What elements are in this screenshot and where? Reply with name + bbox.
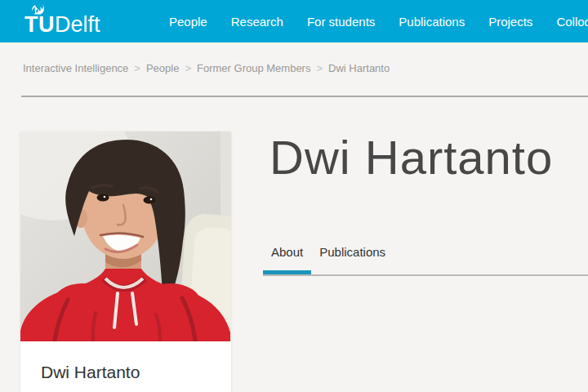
profile-name-caption: Dwi Hartanto bbox=[20, 341, 231, 392]
profile-card: Dwi Hartanto bbox=[20, 131, 231, 392]
tab-publications[interactable]: Publications bbox=[311, 243, 394, 274]
breadcrumb-separator: > bbox=[316, 62, 323, 74]
breadcrumb-separator: > bbox=[185, 62, 191, 74]
page: TUDelft People Research For students Pub… bbox=[0, 0, 588, 392]
tab-about-label: About bbox=[271, 245, 303, 259]
nav-item-projects[interactable]: Projects bbox=[488, 15, 532, 29]
main-nav: People Research For students Publication… bbox=[169, 0, 588, 42]
breadcrumb-link-former-group-members[interactable]: Former Group Members bbox=[197, 62, 310, 74]
tab-about[interactable]: About bbox=[263, 243, 311, 274]
nav-item-colloquia[interactable]: Colloquia bbox=[556, 15, 588, 29]
tab-publications-label: Publications bbox=[319, 245, 385, 259]
breadcrumb-separator: > bbox=[134, 62, 140, 74]
nav-item-for-students[interactable]: For students bbox=[307, 15, 375, 29]
tab-bar: About Publications bbox=[263, 243, 588, 277]
top-navigation-bar: TUDelft People Research For students Pub… bbox=[0, 0, 588, 42]
header-bottom-strip bbox=[0, 42, 588, 45]
logo-text-tu: TU bbox=[24, 12, 55, 37]
content-divider bbox=[21, 96, 588, 97]
breadcrumb-link-people[interactable]: People bbox=[146, 62, 179, 74]
tab-baseline-rule bbox=[263, 274, 588, 276]
breadcrumb-link-interactive-intelligence[interactable]: Interactive Intelligence bbox=[23, 62, 128, 74]
page-title: Dwi Hartanto bbox=[270, 133, 553, 183]
nav-item-people[interactable]: People bbox=[169, 15, 207, 29]
nav-item-research[interactable]: Research bbox=[231, 15, 283, 29]
breadcrumb: Interactive Intelligence>People>Former G… bbox=[23, 62, 578, 74]
logo-text: TUDelft bbox=[24, 14, 100, 36]
breadcrumb-current-page: Dwi Hartanto bbox=[328, 62, 390, 74]
nav-item-publications[interactable]: Publications bbox=[399, 15, 465, 29]
logo-text-delft: Delft bbox=[55, 12, 100, 37]
profile-photo bbox=[20, 131, 231, 341]
